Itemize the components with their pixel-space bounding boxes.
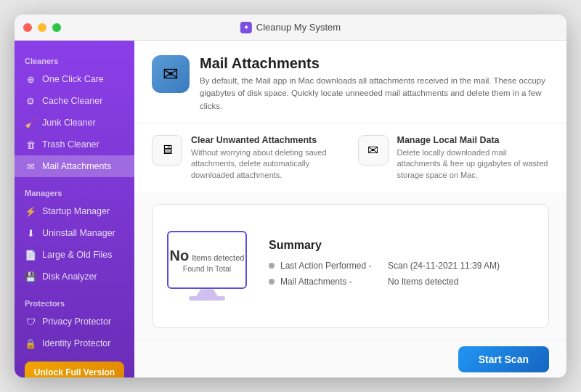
summary-label-1: Last Action Performed -	[280, 261, 382, 271]
trash-cleaner-icon: 🗑	[25, 139, 36, 150]
privacy-protector-icon: 🛡	[25, 316, 36, 327]
content-header: ✉ Mail Attachments By default, the Mail …	[134, 41, 566, 123]
feature-text-clear: Clear Unwanted Attachments Without worry…	[191, 135, 344, 181]
summary-dot-1	[269, 263, 275, 269]
monitor-no-text: No	[170, 248, 190, 264]
titlebar: ✦ Cleanup My System	[15, 15, 566, 41]
summary-info: Summary Last Action Performed - Scan (24…	[269, 239, 534, 293]
sidebar-item-junk-cleaner[interactable]: 🧹 Junk Cleaner	[15, 112, 134, 134]
summary-row-2: Mail Attachments - No Items detected	[269, 277, 534, 287]
sidebar-item-mail-attachments[interactable]: ✉ Mail Attachments	[15, 155, 134, 177]
cache-cleaner-icon: ⚙	[25, 95, 36, 107]
cleaners-section-label: Cleaners	[15, 51, 134, 68]
sidebar-item-label: Large & Old Files	[42, 250, 113, 260]
sidebar-item-label: Disk Analyzer	[42, 271, 97, 282]
page-title: Mail Attachments	[200, 55, 548, 72]
feature-card-manage-local: ✉ Manage Local Mail Data Delete locally …	[358, 135, 550, 181]
close-button[interactable]	[23, 23, 32, 32]
summary-section: No Items detected Found In Total Summary	[134, 192, 566, 340]
mail-attachments-icon: ✉	[25, 160, 36, 172]
summary-dot-2	[269, 279, 275, 285]
content-area: ✉ Mail Attachments By default, the Mail …	[134, 41, 566, 377]
sidebar-item-label: Cache Cleaner	[42, 96, 102, 106]
managers-section-label: Managers	[15, 183, 134, 200]
titlebar-title: ✦ Cleanup My System	[240, 22, 341, 33]
mail-attachments-large-icon: ✉	[152, 55, 190, 93]
header-text: Mail Attachments By default, the Mail ap…	[200, 55, 548, 113]
sidebar-item-trash-cleaner[interactable]: 🗑 Trash Cleaner	[15, 134, 134, 155]
manage-local-icon: ✉	[358, 135, 389, 166]
unlock-full-version-button[interactable]: Unlock Full Version	[25, 362, 124, 377]
feature-cards: 🖥 Clear Unwanted Attachments Without wor…	[134, 123, 566, 192]
clear-unwanted-icon: 🖥	[152, 135, 182, 166]
sidebar-item-label: Startup Manager	[42, 206, 110, 216]
feature-title-manage: Manage Local Mail Data	[397, 135, 550, 145]
sidebar-item-large-old-files[interactable]: 📄 Large & Old Files	[15, 244, 134, 266]
summary-value-1: Scan (24-11-2021 11:39 AM)	[388, 261, 534, 271]
monitor-found-text: Found In Total	[183, 264, 231, 273]
sidebar-item-label: Privacy Protector	[42, 317, 111, 327]
sidebar-item-label: Identity Protector	[42, 338, 111, 348]
feature-text-manage: Manage Local Mail Data Delete locally do…	[397, 135, 550, 181]
large-old-files-icon: 📄	[25, 249, 36, 261]
sidebar: Cleaners ⊕ One Click Care ⚙ Cache Cleane…	[15, 41, 134, 377]
page-description: By default, the Mail app in Mac download…	[200, 75, 548, 113]
app-icon: ✦	[240, 22, 252, 33]
feature-desc-clear: Without worrying about deleting saved at…	[191, 147, 344, 181]
startup-manager-icon: ⚡	[25, 205, 36, 217]
summary-card: No Items detected Found In Total Summary	[152, 204, 549, 328]
sidebar-item-identity-protector[interactable]: 🔒 Identity Protector	[15, 332, 134, 354]
sidebar-item-startup-manager[interactable]: ⚡ Startup Manager	[15, 200, 134, 222]
maximize-button[interactable]	[52, 23, 61, 32]
main-window: ✦ Cleanup My System Cleaners ⊕ One Click…	[15, 15, 566, 377]
feature-title-clear: Clear Unwanted Attachments	[191, 135, 344, 145]
summary-label-2: Mail Attachments -	[280, 277, 382, 287]
main-layout: Cleaners ⊕ One Click Care ⚙ Cache Cleane…	[15, 41, 566, 377]
summary-value-2: No Items detected	[388, 277, 534, 287]
monitor-graphic: No Items detected Found In Total	[167, 231, 247, 301]
monitor-base	[189, 296, 225, 301]
junk-cleaner-icon: 🧹	[25, 117, 36, 128]
feature-card-clear-unwanted: 🖥 Clear Unwanted Attachments Without wor…	[152, 135, 344, 181]
header-top: ✉ Mail Attachments By default, the Mail …	[152, 55, 549, 113]
start-scan-button[interactable]: Start Scan	[458, 346, 549, 372]
monitor-stand	[196, 289, 218, 296]
identity-protector-icon: 🔒	[25, 338, 36, 349]
sidebar-item-label: One Click Care	[42, 74, 104, 84]
monitor-screen: No Items detected Found In Total	[167, 231, 247, 289]
summary-title: Summary	[269, 239, 534, 252]
sidebar-item-label: Uninstall Manager	[42, 228, 115, 238]
sidebar-item-label: Trash Cleaner	[42, 139, 99, 150]
sidebar-item-one-click-care[interactable]: ⊕ One Click Care	[15, 68, 134, 90]
app-title: Cleanup My System	[256, 22, 341, 33]
summary-row-1: Last Action Performed - Scan (24-11-2021…	[269, 261, 534, 271]
uninstall-manager-icon: ⬇	[25, 227, 36, 239]
sidebar-item-label: Junk Cleaner	[42, 118, 96, 128]
minimize-button[interactable]	[38, 23, 46, 32]
sidebar-item-label: Mail Attachments	[42, 161, 111, 171]
sidebar-item-cache-cleaner[interactable]: ⚙ Cache Cleaner	[15, 90, 134, 112]
one-click-care-icon: ⊕	[25, 73, 36, 85]
sidebar-bottom: Unlock Full Version	[15, 354, 134, 377]
sidebar-item-disk-analyzer[interactable]: 💾 Disk Analyzer	[15, 266, 134, 287]
sidebar-item-uninstall-manager[interactable]: ⬇ Uninstall Manager	[15, 222, 134, 244]
bottom-bar: Start Scan	[134, 340, 566, 377]
protectors-section-label: Protectors	[15, 293, 134, 311]
disk-analyzer-icon: 💾	[25, 271, 36, 282]
monitor-items-text: Items detected	[192, 253, 244, 262]
sidebar-item-privacy-protector[interactable]: 🛡 Privacy Protector	[15, 311, 134, 332]
feature-desc-manage: Delete locally downloaded mail attachmen…	[397, 147, 550, 181]
